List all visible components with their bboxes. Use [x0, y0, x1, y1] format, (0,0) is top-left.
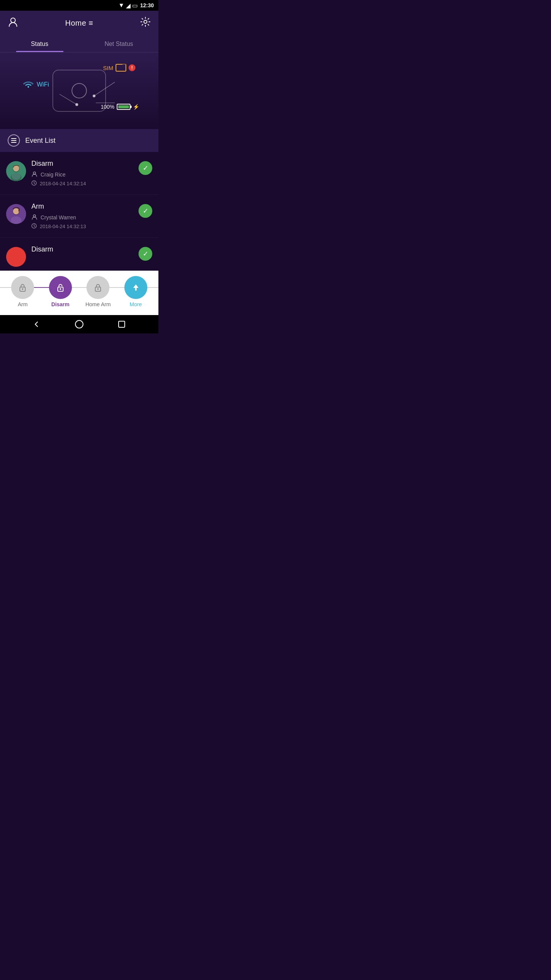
event-content-3: Disarm [31, 245, 133, 256]
battery-label: 100% ⚡ [101, 104, 139, 110]
clock-icon-1 [31, 180, 37, 187]
events-container: Disarm Craig Rice 2018-04-24 14 [0, 152, 158, 271]
status-bar: ▼ ◢ ▭ 12:30 [0, 0, 158, 11]
wifi-text: WiFi [37, 81, 49, 88]
device-status-circle [72, 83, 87, 98]
device-panel [52, 70, 106, 112]
svg-point-18 [33, 215, 36, 217]
check-icon-2: ✓ [139, 204, 152, 218]
event-status-1: ✓ [139, 161, 152, 175]
svg-point-17 [11, 216, 21, 224]
avatar-partial-3 [6, 247, 26, 267]
svg-point-24 [60, 288, 61, 290]
event-meta-user-2: Crystal Warren [31, 214, 133, 221]
svg-point-20 [9, 250, 23, 264]
event-timestamp-1: 2018-04-24 14:32:14 [31, 180, 133, 187]
nav-item-home-arm[interactable]: Home Arm [83, 276, 113, 307]
nav-label-home-arm: Home Arm [85, 301, 111, 307]
nav-icon-home-arm [86, 276, 109, 299]
event-action-1: Disarm [31, 160, 133, 168]
android-nav-bar [0, 315, 158, 333]
battery-status-icon: ▭ [132, 2, 138, 9]
battery-fill [118, 105, 129, 108]
sim-error-icon: ! [129, 64, 135, 71]
event-user-2: Crystal Warren [41, 214, 76, 220]
nav-item-disarm[interactable]: Disarm [45, 276, 76, 307]
tab-net-status[interactable]: Net Status [79, 35, 158, 52]
menu-icon[interactable] [8, 134, 20, 147]
menu-line-3 [11, 142, 16, 143]
nav-label-disarm: Disarm [51, 301, 69, 307]
event-status-3: ✓ [139, 247, 152, 261]
nav-icon-arm [11, 276, 34, 299]
avatar-craig-rice [6, 161, 26, 181]
tab-status[interactable]: Status [0, 35, 79, 52]
nav-label-more: More [130, 301, 142, 307]
battery-percent: 100% [101, 104, 114, 110]
bottom-nav: Arm Disarm Home Arm Mor [0, 271, 158, 315]
menu-line-2 [11, 140, 16, 141]
svg-point-12 [33, 172, 36, 174]
event-action-2: Arm [31, 203, 133, 211]
android-back-button[interactable] [32, 320, 41, 329]
wifi-label: WiFi [23, 79, 49, 90]
event-status-2: ✓ [139, 204, 152, 218]
event-item-3[interactable]: Disarm ✓ [0, 238, 158, 271]
nav-item-more[interactable]: More [121, 276, 151, 307]
check-icon-3: ✓ [139, 247, 152, 261]
event-action-3: Disarm [31, 245, 133, 253]
wifi-status-icon: ▼ [118, 2, 124, 9]
page-title: Home ≡ [65, 19, 93, 28]
event-list-header: Event List [0, 129, 158, 152]
nav-icon-more [124, 276, 147, 299]
status-panel: WiFi SIM ! 100% ⚡ [0, 52, 158, 129]
clock-icon-2 [31, 223, 37, 230]
wifi-icon [23, 79, 34, 90]
event-meta-user-1: Craig Rice [31, 171, 133, 178]
event-content-2: Arm Crystal Warren 2018-04-24 1 [31, 203, 133, 230]
avatar-crystal-warren [6, 204, 26, 224]
user-icon-2 [31, 214, 37, 221]
event-content-1: Disarm Craig Rice 2018-04-24 14 [31, 160, 133, 187]
svg-point-0 [11, 18, 15, 23]
event-timestamp-2: 2018-04-24 14:32:13 [31, 223, 133, 230]
charging-icon: ⚡ [133, 104, 139, 110]
sim-card-icon [116, 64, 126, 72]
tabs-container: Status Net Status [0, 35, 158, 52]
settings-icon[interactable] [140, 16, 151, 29]
user-icon-1 [31, 171, 37, 178]
sim-label: SIM ! [103, 64, 135, 72]
nav-label-arm: Arm [18, 301, 28, 307]
android-home-button[interactable] [75, 320, 84, 329]
event-time-1: 2018-04-24 14:32:14 [40, 181, 86, 186]
status-time: 12:30 [140, 2, 154, 8]
check-icon-1: ✓ [139, 161, 152, 175]
event-item-1[interactable]: Disarm Craig Rice 2018-04-24 14 [0, 152, 158, 195]
svg-point-11 [11, 173, 21, 180]
event-user-1: Craig Rice [41, 172, 65, 178]
svg-point-1 [144, 20, 147, 23]
battery-bar-icon [117, 104, 130, 110]
event-item-2[interactable]: Arm Crystal Warren 2018-04-24 1 [0, 195, 158, 238]
android-home-circle [75, 320, 83, 328]
signal-icon: ◢ [126, 2, 130, 9]
menu-line-1 [11, 138, 16, 139]
header: Home ≡ [0, 11, 158, 35]
android-recent-button[interactable] [117, 320, 126, 329]
nav-item-arm[interactable]: Arm [7, 276, 38, 307]
device-diagram: WiFi SIM ! 100% ⚡ [8, 60, 151, 121]
nav-icon-disarm [49, 276, 72, 299]
sim-text: SIM [103, 65, 113, 71]
svg-point-26 [97, 288, 99, 290]
status-icons: ▼ ◢ ▭ [118, 2, 138, 9]
svg-point-22 [22, 288, 23, 290]
event-list-title: Event List [25, 137, 55, 145]
event-time-2: 2018-04-24 14:32:13 [40, 224, 86, 229]
profile-icon[interactable] [8, 16, 18, 29]
android-recent-square [118, 321, 125, 328]
svg-point-16 [13, 208, 19, 214]
